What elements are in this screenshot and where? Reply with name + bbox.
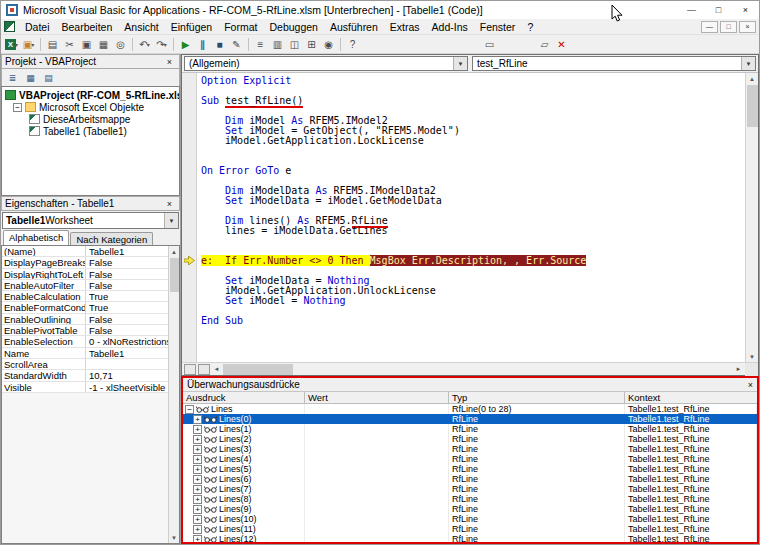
watch-row-lines-2[interactable]: +Lines(2)RfLineTabelle1.test_RfLine (183, 434, 757, 444)
expander-icon[interactable]: + (193, 465, 202, 474)
expander-icon[interactable]: + (193, 515, 202, 524)
scrollbar-thumb[interactable] (747, 85, 758, 127)
code-line-7[interactable] (201, 146, 745, 156)
watch-row-lines-11[interactable]: +Lines(11)RfLineTabelle1.test_RfLine (183, 524, 757, 534)
minimize-button[interactable]: — (678, 1, 705, 19)
child-restore-button[interactable]: □ (720, 21, 737, 33)
property-row-displaypagebreaks[interactable]: DisplayPageBreaksFalse (2, 257, 168, 268)
cut-icon[interactable]: ✂ (61, 36, 78, 52)
close-button[interactable]: × (732, 1, 759, 19)
expander-icon[interactable]: − (13, 103, 22, 112)
code-line-15[interactable]: lines = iModelData.GetLines (201, 226, 745, 236)
menu-debuggen[interactable]: Debuggen (263, 20, 323, 34)
expander-icon[interactable]: − (185, 405, 194, 414)
watch-window-icon[interactable]: ◉ (320, 36, 337, 52)
scroll-up-icon[interactable]: ▲ (169, 246, 180, 257)
margin-indicator-bar[interactable] (182, 73, 197, 362)
expander-icon[interactable]: + (193, 435, 202, 444)
watch-row-lines-5[interactable]: +Lines(5)RfLineTabelle1.test_RfLine (183, 464, 757, 474)
expander-icon[interactable]: + (193, 525, 202, 534)
property-row-visible[interactable]: Visible-1 - xlSheetVisible (2, 382, 168, 393)
watch-row-lines[interactable]: −LinesRfLine(0 to 28)Tabelle1.test_RfLin… (183, 404, 757, 414)
insert-userform-icon[interactable]: ▣▾ (20, 36, 37, 52)
property-row-standardwidth[interactable]: StandardWidth10,71 (2, 370, 168, 381)
code-vertical-scrollbar[interactable]: ▲ ▼ (745, 73, 758, 362)
tree-item-tabelle1-tabelle1[interactable]: Tabelle1 (Tabelle1) (2, 125, 179, 137)
menu-ausf-hren[interactable]: Ausführen (324, 20, 384, 34)
watch-row-lines-0[interactable]: +Lines(0)RfLineTabelle1.test_RfLine (183, 414, 757, 424)
object-combobox[interactable]: Tabelle1 Worksheet ▼ (2, 212, 179, 229)
project-close-icon[interactable]: × (163, 57, 176, 67)
view-code-icon[interactable]: ≣ (5, 71, 20, 85)
watch-column-wert[interactable]: Wert (305, 392, 449, 403)
property-value[interactable]: False (86, 325, 168, 335)
property-value[interactable]: 0 - xlNoRestrictions (86, 336, 168, 346)
reset-icon[interactable]: ■ (211, 36, 228, 52)
tab-nach-kategorien[interactable]: Nach Kategorien (70, 232, 153, 245)
code-horizontal-scrollbar[interactable]: ◄ ► (182, 362, 758, 375)
menu-?[interactable]: ? (521, 20, 539, 34)
code-line-9[interactable]: On Error GoTo e (201, 166, 745, 176)
property-row-enableoutlining[interactable]: EnableOutliningFalse (2, 314, 168, 325)
view-object-icon[interactable]: ▦ (23, 71, 38, 85)
scroll-up-icon[interactable]: ▲ (747, 73, 758, 84)
close-floating-toolbar-icon[interactable]: ✕ (553, 36, 570, 52)
properties-close-icon[interactable]: × (163, 199, 176, 209)
code-line-0[interactable]: Option Explicit (201, 76, 745, 86)
property-row-name[interactable]: (Name)Tabelle1 (2, 246, 168, 257)
property-value[interactable]: -1 - xlSheetVisible (86, 382, 168, 392)
property-row-displayrighttoleft[interactable]: DisplayRightToLeftFalse (2, 269, 168, 280)
code-line-6[interactable]: iModel.GetApplication.LockLicense (201, 136, 745, 146)
expander-icon[interactable]: + (193, 415, 202, 424)
property-value[interactable]: True (86, 291, 168, 301)
scroll-down-icon[interactable]: ▼ (747, 351, 758, 362)
tree-item-microsoft-excel-objekte[interactable]: −Microsoft Excel Objekte (2, 101, 179, 113)
toggle-folders-icon[interactable]: ▤ (41, 71, 56, 85)
full-module-view-button[interactable] (198, 364, 210, 375)
procedure-dropdown[interactable]: test_RfLine ▼ (472, 56, 756, 71)
tree-item-vbaproject-rf-com-5-rfline-xlsm[interactable]: VBAProject (RF-COM_5-RfLine.xlsm) (2, 89, 179, 101)
code-line-22[interactable]: Set iModel = Nothing (201, 296, 745, 306)
property-row-enableselection[interactable]: EnableSelection0 - xlNoRestrictions (2, 336, 168, 347)
property-value[interactable]: Tabelle1 (86, 348, 168, 358)
watch-titlebar[interactable]: Überwachungsausdrücke × (183, 378, 757, 392)
watch-row-lines-6[interactable]: +Lines(6)RfLineTabelle1.test_RfLine (183, 474, 757, 484)
find-icon[interactable]: ◎ (112, 36, 129, 52)
help-icon[interactable]: ? (344, 36, 361, 52)
property-value[interactable]: True (86, 302, 168, 312)
procedure-view-button[interactable] (184, 364, 196, 375)
child-minimize-button[interactable]: — (701, 21, 718, 33)
excel-sheet-icon[interactable] (4, 21, 15, 32)
property-value[interactable]: False (86, 257, 168, 267)
menu-fenster[interactable]: Fenster (474, 20, 522, 34)
menu-einf-gen[interactable]: Einfügen (165, 20, 218, 34)
tab-alphabetisch[interactable]: Alphabetisch (3, 230, 69, 245)
copy-icon[interactable]: ▣ (78, 36, 95, 52)
watch-column-ausdruck[interactable]: Ausdruck (183, 392, 305, 403)
properties-scrollbar[interactable]: ▲ ▼ (168, 246, 179, 543)
code-line-16[interactable] (201, 236, 745, 246)
property-value[interactable]: False (86, 269, 168, 279)
expander-icon[interactable]: + (193, 505, 202, 514)
menu-format[interactable]: Format (218, 20, 263, 34)
expander-icon[interactable]: + (193, 445, 202, 454)
property-row-enableformatconditionscalc[interactable]: EnableFormatConditionsCalcTrue (2, 302, 168, 313)
project-explorer-titlebar[interactable]: Projekt - VBAProject × (1, 54, 180, 69)
undo-icon[interactable]: ↶▾ (136, 36, 153, 52)
property-row-enablepivottable[interactable]: EnablePivotTableFalse (2, 325, 168, 336)
scroll-down-icon[interactable]: ▼ (169, 532, 180, 543)
property-value[interactable]: 10,71 (86, 370, 168, 380)
object-dropdown[interactable]: (Allgemein) ▼ (184, 56, 468, 71)
watch-column-typ[interactable]: Typ (449, 392, 625, 403)
watch-row-lines-9[interactable]: +Lines(9)RfLineTabelle1.test_RfLine (183, 504, 757, 514)
watch-row-lines-4[interactable]: +Lines(4)RfLineTabelle1.test_RfLine (183, 454, 757, 464)
menu-extras[interactable]: Extras (384, 20, 426, 34)
expander-icon[interactable]: + (193, 495, 202, 504)
watch-row-lines-8[interactable]: +Lines(8)RfLineTabelle1.test_RfLine (183, 494, 757, 504)
watch-column-kontext[interactable]: Kontext (625, 392, 757, 403)
menu-bearbeiten[interactable]: Bearbeiten (56, 20, 119, 34)
code-line-18[interactable]: e: If Err.Number <> 0 Then MsgBox Err.De… (201, 256, 745, 266)
property-value[interactable] (86, 359, 168, 369)
paste-icon[interactable]: ▦ (95, 36, 112, 52)
code-line-23[interactable] (201, 306, 745, 316)
